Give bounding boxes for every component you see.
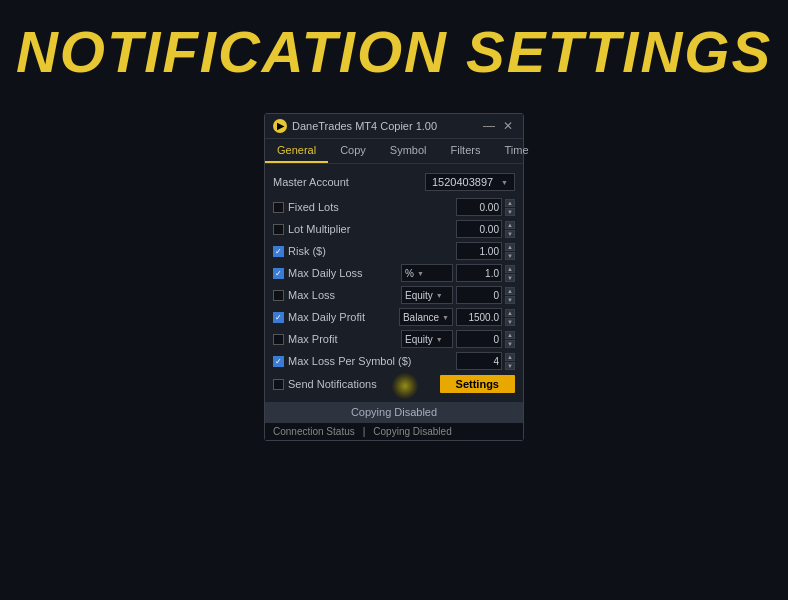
- master-account-select[interactable]: 1520403897 ▼: [425, 173, 515, 191]
- max-daily-loss-down[interactable]: ▼: [505, 274, 515, 282]
- title-bar: ▶ DaneTrades MT4 Copier 1.00 — ✕: [265, 114, 523, 139]
- fixed-lots-label: Fixed Lots: [288, 201, 339, 213]
- max-loss-per-symbol-up[interactable]: ▲: [505, 353, 515, 361]
- max-loss-per-symbol-checkbox[interactable]: [273, 356, 284, 367]
- lot-multiplier-row: Lot Multiplier 0.00 ▲ ▼: [273, 218, 515, 240]
- fixed-lots-up[interactable]: ▲: [505, 199, 515, 207]
- content-area: Master Account 1520403897 ▼ Fixed Lots 0…: [265, 164, 523, 402]
- tab-copy[interactable]: Copy: [328, 139, 378, 163]
- max-loss-per-symbol-checkbox-area: Max Loss Per Symbol ($): [273, 355, 456, 367]
- risk-input[interactable]: 1.00: [456, 242, 502, 260]
- send-notifications-label: Send Notifications: [288, 378, 377, 390]
- max-loss-per-symbol-input[interactable]: 4: [456, 352, 502, 370]
- risk-checkbox-area: Risk ($): [273, 245, 456, 257]
- lot-multiplier-checkbox[interactable]: [273, 224, 284, 235]
- max-profit-label: Max Profit: [288, 333, 338, 345]
- tab-time[interactable]: Time: [492, 139, 540, 163]
- fixed-lots-down[interactable]: ▼: [505, 208, 515, 216]
- max-daily-profit-down[interactable]: ▼: [505, 318, 515, 326]
- max-daily-loss-up[interactable]: ▲: [505, 265, 515, 273]
- send-notifications-left: Send Notifications: [273, 378, 440, 390]
- settings-button[interactable]: Settings: [440, 375, 515, 393]
- window-title: DaneTrades MT4 Copier 1.00: [292, 120, 437, 132]
- nav-tabs: General Copy Symbol Filters Time: [265, 139, 523, 164]
- fixed-lots-input[interactable]: 0.00: [456, 198, 502, 216]
- max-daily-loss-checkbox[interactable]: [273, 268, 284, 279]
- max-profit-dropdown[interactable]: Equity ▼: [401, 330, 453, 348]
- max-profit-dropdown-val: Equity: [405, 334, 433, 345]
- max-daily-profit-spin: ▲ ▼: [505, 309, 515, 326]
- max-profit-dropdown-arrow: ▼: [436, 336, 443, 343]
- lot-multiplier-input[interactable]: 0.00: [456, 220, 502, 238]
- page-title: NOTIFICATION SETTINGS: [0, 0, 788, 95]
- fixed-lots-checkbox[interactable]: [273, 202, 284, 213]
- risk-spin: ▲ ▼: [505, 243, 515, 260]
- lot-multiplier-spin: ▲ ▼: [505, 221, 515, 238]
- max-loss-row: Max Loss Equity ▼ 0 ▲ ▼: [273, 284, 515, 306]
- tab-general[interactable]: General: [265, 139, 328, 163]
- tab-filters[interactable]: Filters: [439, 139, 493, 163]
- max-daily-profit-row: Max Daily Profit Balance ▼ 1500.0 ▲ ▼: [273, 306, 515, 328]
- max-profit-controls: Equity ▼ 0 ▲ ▼: [401, 330, 515, 348]
- max-loss-up[interactable]: ▲: [505, 287, 515, 295]
- copying-disabled-status: Copying Disabled: [373, 426, 451, 437]
- close-button[interactable]: ✕: [501, 119, 515, 133]
- max-loss-down[interactable]: ▼: [505, 296, 515, 304]
- max-profit-spin: ▲ ▼: [505, 331, 515, 348]
- max-daily-loss-input[interactable]: 1.0: [456, 264, 502, 282]
- max-loss-per-symbol-down[interactable]: ▼: [505, 362, 515, 370]
- fixed-lots-controls: 0.00 ▲ ▼: [456, 198, 515, 216]
- max-daily-loss-checkbox-area: Max Daily Loss: [273, 267, 401, 279]
- max-profit-checkbox[interactable]: [273, 334, 284, 345]
- risk-controls: 1.00 ▲ ▼: [456, 242, 515, 260]
- max-loss-checkbox[interactable]: [273, 290, 284, 301]
- lot-multiplier-down[interactable]: ▼: [505, 230, 515, 238]
- max-loss-checkbox-area: Max Loss: [273, 289, 401, 301]
- max-daily-loss-dropdown[interactable]: % ▼: [401, 264, 453, 282]
- send-notifications-row: Send Notifications Settings: [273, 372, 515, 396]
- max-daily-profit-dropdown-val: Balance: [403, 312, 439, 323]
- app-window: ▶ DaneTrades MT4 Copier 1.00 — ✕ General…: [264, 95, 524, 441]
- status-bar: Connection Status | Copying Disabled: [265, 422, 523, 440]
- max-loss-input[interactable]: 0: [456, 286, 502, 304]
- app-icon: ▶: [273, 119, 287, 133]
- max-loss-label: Max Loss: [288, 289, 335, 301]
- max-loss-per-symbol-row: Max Loss Per Symbol ($) 4 ▲ ▼: [273, 350, 515, 372]
- lot-multiplier-controls: 0.00 ▲ ▼: [456, 220, 515, 238]
- max-loss-dropdown-arrow: ▼: [436, 292, 443, 299]
- max-daily-loss-dropdown-arrow: ▼: [417, 270, 424, 277]
- fixed-lots-spin: ▲ ▼: [505, 199, 515, 216]
- max-daily-profit-checkbox[interactable]: [273, 312, 284, 323]
- fixed-lots-row: Fixed Lots 0.00 ▲ ▼: [273, 196, 515, 218]
- tab-symbol[interactable]: Symbol: [378, 139, 439, 163]
- max-daily-profit-label: Max Daily Profit: [288, 311, 365, 323]
- max-daily-loss-spin: ▲ ▼: [505, 265, 515, 282]
- risk-checkbox[interactable]: [273, 246, 284, 257]
- max-loss-spin: ▲ ▼: [505, 287, 515, 304]
- max-profit-up[interactable]: ▲: [505, 331, 515, 339]
- max-profit-down[interactable]: ▼: [505, 340, 515, 348]
- max-loss-dropdown-val: Equity: [405, 290, 433, 301]
- max-loss-dropdown[interactable]: Equity ▼: [401, 286, 453, 304]
- max-profit-row: Max Profit Equity ▼ 0 ▲ ▼: [273, 328, 515, 350]
- lot-multiplier-up[interactable]: ▲: [505, 221, 515, 229]
- max-daily-profit-controls: Balance ▼ 1500.0 ▲ ▼: [399, 308, 515, 326]
- master-account-arrow: ▼: [501, 179, 508, 186]
- minimize-button[interactable]: —: [481, 119, 497, 133]
- send-notifications-checkbox[interactable]: [273, 379, 284, 390]
- max-profit-checkbox-area: Max Profit: [273, 333, 401, 345]
- risk-down[interactable]: ▼: [505, 252, 515, 260]
- max-loss-per-symbol-spin: ▲ ▼: [505, 353, 515, 370]
- max-daily-profit-dropdown[interactable]: Balance ▼: [399, 308, 453, 326]
- max-daily-profit-up[interactable]: ▲: [505, 309, 515, 317]
- max-daily-loss-dropdown-val: %: [405, 268, 414, 279]
- risk-up[interactable]: ▲: [505, 243, 515, 251]
- max-loss-per-symbol-label: Max Loss Per Symbol ($): [288, 355, 411, 367]
- max-daily-profit-input[interactable]: 1500.0: [456, 308, 502, 326]
- max-daily-profit-checkbox-area: Max Daily Profit: [273, 311, 399, 323]
- max-profit-input[interactable]: 0: [456, 330, 502, 348]
- risk-row: Risk ($) 1.00 ▲ ▼: [273, 240, 515, 262]
- fixed-lots-checkbox-area: Fixed Lots: [273, 201, 456, 213]
- max-loss-controls: Equity ▼ 0 ▲ ▼: [401, 286, 515, 304]
- max-daily-loss-label: Max Daily Loss: [288, 267, 363, 279]
